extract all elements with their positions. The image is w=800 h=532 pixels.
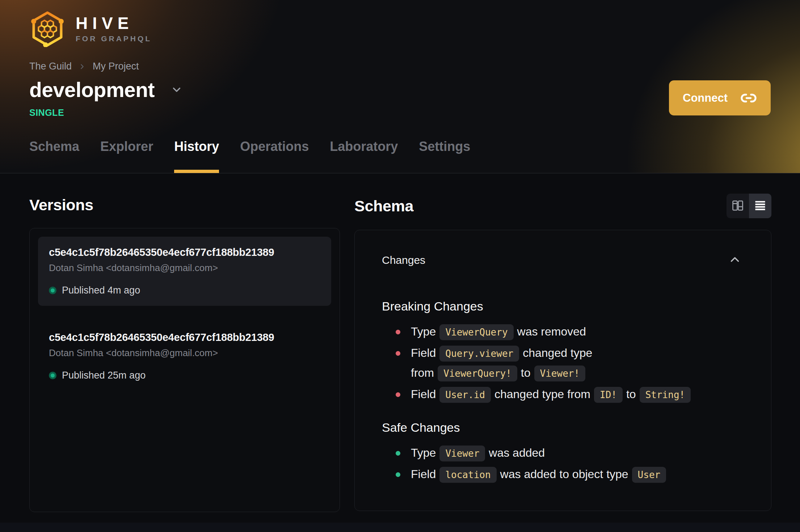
change-text: was removed	[517, 325, 586, 338]
breaking-changes-title: Breaking Changes	[382, 299, 743, 313]
collapse-changes-button[interactable]	[727, 251, 743, 269]
change-text: Type	[411, 325, 436, 338]
version-hash: c5e4c1c5f78b26465350e4ecf677cf188bb21389	[49, 332, 320, 343]
list-view-icon	[754, 199, 767, 213]
change-text: Field	[411, 468, 436, 481]
tab-schema[interactable]: Schema	[29, 139, 79, 173]
change-item: Fieldlocationwas added to object typeUse…	[396, 465, 743, 485]
changes-header: Changes	[382, 251, 743, 269]
connect-button-label: Connect	[683, 92, 728, 105]
bottom-strip	[0, 523, 800, 532]
version-author: Dotan Simha <dotansimha@gmail.com>	[49, 262, 320, 274]
breadcrumb-item[interactable]: The Guild	[29, 61, 72, 72]
schema-header: Schema	[354, 194, 771, 218]
change-text: Field	[411, 388, 436, 401]
code-chip: User.id	[439, 387, 491, 403]
change-text: to	[626, 388, 636, 401]
code-chip: User	[632, 467, 666, 483]
version-status-label: Published 4m ago	[62, 285, 140, 296]
change-text: Type	[411, 446, 436, 459]
target-selector[interactable]: development	[29, 78, 261, 102]
change-text: was added to object type	[500, 468, 628, 481]
chevron-right-icon	[78, 63, 86, 71]
tab-laboratory[interactable]: Laboratory	[330, 139, 398, 173]
schema-column: Schema	[354, 197, 771, 512]
target-mode-badge: SINGLE	[29, 107, 771, 118]
page-header: HIVE FOR GRAPHQL The GuildMy Project dev…	[0, 0, 800, 173]
chevron-up-icon	[728, 253, 742, 267]
tab-settings[interactable]: Settings	[419, 139, 470, 173]
hive-logo[interactable]: HIVE FOR GRAPHQL	[29, 11, 254, 47]
brand-name: HIVE	[76, 15, 152, 31]
link-icon	[740, 90, 757, 106]
breaking-changes-list: TypeViewerQuerywas removedFieldQuery.vie…	[396, 322, 743, 405]
version-hash: c5e4c1c5f78b26465350e4ecf677cf188bb21389	[49, 246, 320, 258]
code-chip: ViewerQuery!	[438, 366, 517, 381]
versions-column: Versions c5e4c1c5f78b26465350e4ecf677cf1…	[29, 197, 340, 512]
columns-view-icon	[731, 199, 745, 214]
hive-logo-icon	[29, 11, 66, 47]
code-chip: Viewer	[439, 446, 485, 461]
version-status: Published 25m ago	[49, 370, 320, 381]
version-card[interactable]: c5e4c1c5f78b26465350e4ecf677cf188bb21389…	[38, 322, 331, 391]
versions-panel: c5e4c1c5f78b26465350e4ecf677cf188bb21389…	[29, 228, 340, 512]
view-toggle	[727, 194, 771, 218]
change-text: to	[521, 366, 531, 379]
change-text: Field	[411, 346, 436, 359]
code-chip: ViewerQuery	[439, 324, 513, 340]
changes-panel: Changes Breaking ChangesTypeViewerQueryw…	[354, 230, 771, 511]
tab-history[interactable]: History	[174, 139, 219, 173]
change-item: TypeViewerwas added	[396, 443, 743, 463]
change-item: FieldUser.idchanged type fromID!toString…	[396, 385, 743, 405]
published-status-dot	[49, 372, 56, 379]
safe-changes-list: TypeViewerwas addedFieldlocationwas adde…	[396, 443, 743, 485]
list-view-button[interactable]	[749, 194, 771, 218]
change-text: was added	[489, 446, 545, 459]
page-title: development	[29, 78, 155, 102]
schema-title: Schema	[354, 198, 413, 214]
code-chip: Viewer!	[534, 366, 586, 381]
change-text: changed type from	[494, 388, 590, 401]
changes-body: Breaking ChangesTypeViewerQuerywas remov…	[382, 299, 743, 485]
code-chip: String!	[640, 387, 691, 403]
version-card[interactable]: c5e4c1c5f78b26465350e4ecf677cf188bb21389…	[38, 237, 331, 306]
code-chip: location	[439, 467, 496, 483]
split-view-button[interactable]	[727, 194, 749, 218]
version-author: Dotan Simha <dotansimha@gmail.com>	[49, 347, 320, 359]
tab-explorer[interactable]: Explorer	[100, 139, 153, 173]
tab-operations[interactable]: Operations	[240, 139, 309, 173]
changes-title: Changes	[382, 254, 425, 266]
breadcrumb: The GuildMy Project	[29, 61, 771, 72]
breadcrumb-item[interactable]: My Project	[93, 61, 139, 72]
tab-bar: SchemaExplorerHistoryOperationsLaborator…	[29, 139, 470, 173]
code-chip: Query.viewer	[439, 346, 519, 362]
change-item: TypeViewerQuerywas removed	[396, 322, 743, 342]
version-status-label: Published 25m ago	[62, 370, 146, 381]
chevron-down-icon	[170, 84, 183, 96]
main-content: Versions c5e4c1c5f78b26465350e4ecf677cf1…	[0, 173, 800, 512]
brand-tagline: FOR GRAPHQL	[76, 34, 152, 43]
published-status-dot	[49, 287, 56, 294]
versions-title: Versions	[29, 197, 340, 213]
change-item: FieldQuery.viewerchanged type fromViewer…	[396, 343, 743, 383]
safe-changes-title: Safe Changes	[382, 421, 743, 435]
app-window: HIVE FOR GRAPHQL The GuildMy Project dev…	[0, 0, 800, 532]
code-chip: ID!	[594, 387, 623, 403]
connect-button[interactable]: Connect	[669, 80, 771, 115]
version-status: Published 4m ago	[49, 285, 320, 296]
brand-text: HIVE FOR GRAPHQL	[76, 15, 152, 43]
version-list: c5e4c1c5f78b26465350e4ecf677cf188bb21389…	[38, 237, 331, 391]
